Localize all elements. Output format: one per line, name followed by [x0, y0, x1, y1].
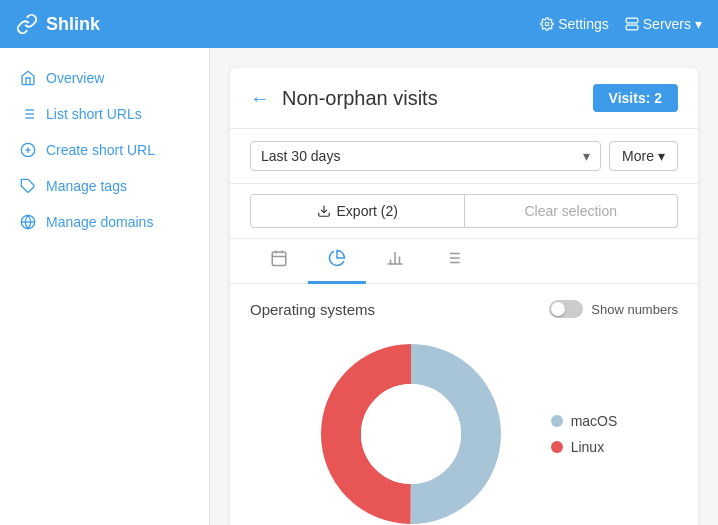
settings-icon — [540, 17, 554, 31]
chart-section: Operating systems Show numbers — [230, 284, 698, 525]
globe-icon — [20, 214, 36, 230]
donut-chart — [311, 334, 511, 525]
topnav-right: Settings Servers ▾ — [540, 16, 702, 32]
sidebar: Overview List short URLs Create short UR… — [0, 48, 210, 525]
visits-card: ← Non-orphan visits Visits: 2 Last 30 da… — [230, 68, 698, 525]
sidebar-item-manage-tags[interactable]: Manage tags — [0, 168, 209, 204]
toggle-container: Show numbers — [549, 300, 678, 318]
settings-label: Settings — [558, 16, 609, 32]
svg-rect-1 — [626, 18, 638, 23]
legend-dot-linux — [551, 441, 563, 453]
show-numbers-toggle[interactable] — [549, 300, 583, 318]
brand: Shlink — [16, 13, 100, 35]
pie-chart-icon — [328, 249, 346, 267]
visits-badge: Visits: 2 — [593, 84, 678, 112]
home-icon — [20, 70, 36, 86]
show-numbers-label: Show numbers — [591, 302, 678, 317]
sidebar-domains-label: Manage domains — [46, 214, 153, 230]
legend-item-macos: macOS — [551, 413, 618, 429]
date-filter-value: Last 30 days — [261, 148, 340, 164]
legend-item-linux: Linux — [551, 439, 618, 455]
chart-legend: macOS Linux — [551, 413, 618, 455]
calendar-icon — [270, 249, 288, 267]
date-select-arrow-icon: ▾ — [583, 148, 590, 164]
date-filter-select[interactable]: Last 30 days ▾ — [250, 141, 601, 171]
tab-pie-chart[interactable] — [308, 239, 366, 284]
list-detail-icon — [444, 249, 462, 267]
chart-container: macOS Linux — [250, 334, 678, 525]
legend-label-macos: macOS — [571, 413, 618, 429]
svg-point-0 — [545, 22, 549, 26]
sidebar-item-manage-domains[interactable]: Manage domains — [0, 204, 209, 240]
servers-icon — [625, 17, 639, 31]
tab-bar-chart[interactable] — [366, 239, 424, 284]
sidebar-overview-label: Overview — [46, 70, 104, 86]
tag-icon — [20, 178, 36, 194]
action-row: Export (2) Clear selection — [230, 184, 698, 239]
svg-rect-2 — [626, 25, 638, 30]
servers-link[interactable]: Servers ▾ — [625, 16, 702, 32]
sidebar-list-label: List short URLs — [46, 106, 142, 122]
list-icon — [20, 106, 36, 122]
card-header-left: ← Non-orphan visits — [250, 87, 438, 110]
chart-title: Operating systems — [250, 301, 375, 318]
export-label: Export (2) — [337, 203, 398, 219]
main-content: ← Non-orphan visits Visits: 2 Last 30 da… — [210, 48, 718, 525]
sidebar-tags-label: Manage tags — [46, 178, 127, 194]
app-layout: Overview List short URLs Create short UR… — [0, 48, 718, 525]
toggle-knob — [551, 302, 565, 316]
sidebar-create-label: Create short URL — [46, 142, 155, 158]
bar-chart-icon — [386, 249, 404, 267]
plus-circle-icon — [20, 142, 36, 158]
back-button[interactable]: ← — [250, 88, 270, 108]
clear-selection-label: Clear selection — [524, 203, 617, 219]
card-header: ← Non-orphan visits Visits: 2 — [230, 68, 698, 129]
sidebar-item-create-short-url[interactable]: Create short URL — [0, 132, 209, 168]
legend-dot-macos — [551, 415, 563, 427]
sidebar-item-list-short-urls[interactable]: List short URLs — [0, 96, 209, 132]
export-icon — [317, 204, 331, 218]
svg-point-34 — [361, 384, 461, 484]
tab-row — [230, 239, 698, 284]
svg-rect-18 — [272, 252, 286, 266]
toolbar-row: Last 30 days ▾ More ▾ — [230, 129, 698, 184]
clear-selection-button[interactable]: Clear selection — [465, 194, 679, 228]
brand-label: Shlink — [46, 14, 100, 35]
card-title: Non-orphan visits — [282, 87, 438, 110]
shlink-icon — [16, 13, 38, 35]
more-chevron-icon: ▾ — [658, 148, 665, 164]
legend-label-linux: Linux — [571, 439, 604, 455]
servers-chevron-icon: ▾ — [695, 16, 702, 32]
settings-link[interactable]: Settings — [540, 16, 609, 32]
more-button[interactable]: More ▾ — [609, 141, 678, 171]
sidebar-item-overview[interactable]: Overview — [0, 60, 209, 96]
chart-header: Operating systems Show numbers — [250, 300, 678, 318]
topnav: Shlink Settings Servers ▾ — [0, 0, 718, 48]
more-label: More — [622, 148, 654, 164]
export-button[interactable]: Export (2) — [250, 194, 465, 228]
tab-calendar[interactable] — [250, 239, 308, 284]
tab-list[interactable] — [424, 239, 482, 284]
servers-label: Servers — [643, 16, 691, 32]
